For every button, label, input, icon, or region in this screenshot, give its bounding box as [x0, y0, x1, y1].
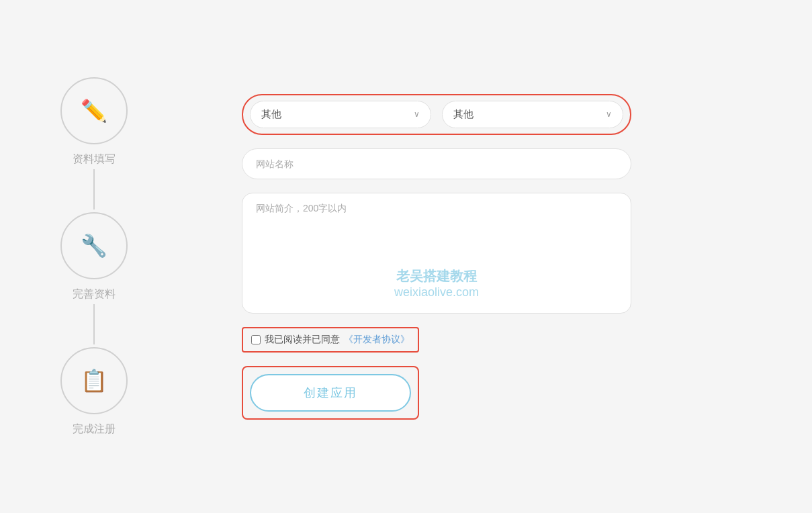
step-fill: ✏️ 资料填写: [60, 77, 128, 167]
agreement-checkbox[interactable]: [251, 335, 261, 344]
step-connector-1: [93, 169, 95, 209]
step-improve: 🔧 完善资料: [60, 212, 128, 301]
dropdown-row: 其他 ∨ 其他 ∨: [242, 94, 631, 135]
watermark: 老吴搭建教程 weixiaolive.com: [394, 267, 479, 299]
website-name-input[interactable]: [242, 148, 631, 179]
form-container: 其他 ∨ 其他 ∨ 老吴搭建教程 weixiaolive.com 我已阅读并已同…: [242, 94, 631, 420]
dropdown-subcategory[interactable]: 其他 ∨: [442, 101, 623, 128]
dropdown-category-arrow: ∨: [414, 109, 420, 119]
create-button[interactable]: 创建应用: [250, 374, 411, 412]
dropdown-category-value: 其他: [261, 108, 281, 121]
step-fill-label: 资料填写: [73, 152, 116, 167]
step-fill-circle: ✏️: [60, 77, 128, 144]
website-intro-wrapper: 老吴搭建教程 weixiaolive.com: [242, 193, 631, 314]
website-intro-input[interactable]: [256, 203, 617, 236]
step-improve-label: 完善资料: [73, 287, 116, 301]
watermark-line1: 老吴搭建教程: [394, 267, 479, 285]
dropdown-subcategory-arrow: ∨: [606, 109, 612, 119]
step-complete-label: 完成注册: [73, 422, 116, 436]
step-fill-icon: ✏️: [81, 98, 107, 124]
step-improve-icon: 🔧: [81, 233, 107, 259]
sidebar: ✏️ 资料填写 🔧 完善资料 📋 完成注册: [0, 0, 188, 513]
step-complete-circle: 📋: [60, 347, 128, 414]
step-improve-circle: 🔧: [60, 212, 128, 279]
watermark-line2: weixiaolive.com: [394, 285, 479, 299]
agreement-prefix: 我已阅读并已同意: [265, 334, 340, 346]
step-connector-2: [93, 304, 95, 344]
agreement-link[interactable]: 《开发者协议》: [344, 334, 410, 346]
dropdown-subcategory-value: 其他: [453, 108, 473, 121]
step-complete: 📋 完成注册: [60, 347, 128, 436]
button-area: 创建应用: [242, 366, 419, 420]
step-complete-icon: 📋: [81, 368, 107, 393]
dropdown-category[interactable]: 其他 ∨: [250, 101, 431, 128]
main-content: 其他 ∨ 其他 ∨ 老吴搭建教程 weixiaolive.com 我已阅读并已同…: [188, 0, 812, 513]
agreement-row: 我已阅读并已同意 《开发者协议》: [242, 327, 419, 353]
